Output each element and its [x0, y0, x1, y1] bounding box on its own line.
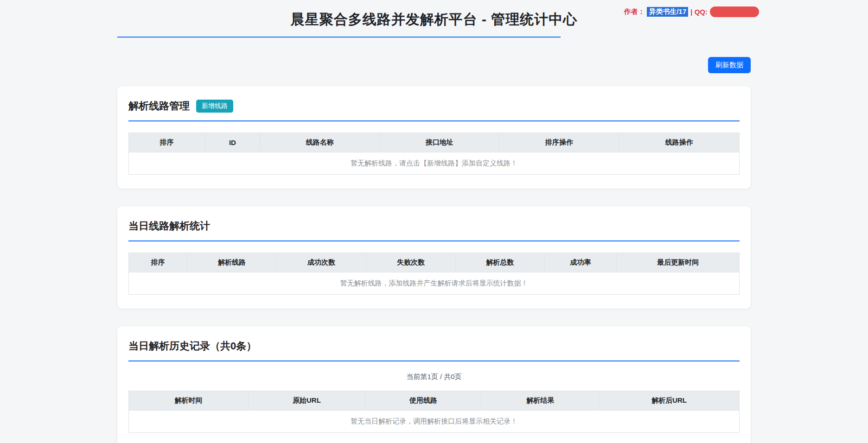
title-underline: [117, 37, 561, 38]
column-header: 解析线路: [187, 253, 276, 272]
page-header: 作者： 异类书生/17 | QQ: 晨星聚合多线路并发解析平台 - 管理统计中心: [117, 0, 751, 38]
page: 作者： 异类书生/17 | QQ: 晨星聚合多线路并发解析平台 - 管理统计中心…: [0, 0, 868, 443]
column-header: 排序: [129, 133, 205, 152]
qq-separator: | QQ:: [690, 8, 708, 16]
column-header: 原始URL: [249, 391, 365, 411]
author-name: 异类书生/17: [647, 7, 688, 17]
daily-stats-table: 排序 解析线路 成功次数 失败次数 解析总数 成功率 最后更新时间 暂无解析线路…: [128, 253, 740, 295]
table-header-row: 排序 解析线路 成功次数 失败次数 解析总数 成功率 最后更新时间: [129, 253, 740, 272]
daily-stats-divider: [128, 240, 740, 241]
empty-state-text: 暂无当日解析记录，调用解析接口后将显示相关记录！: [129, 411, 740, 433]
empty-state-text: 暂无解析线路，添加线路并产生解析请求后将显示统计数据！: [129, 272, 740, 295]
line-management-header: 解析线路管理 新增线路: [128, 99, 740, 113]
empty-state-text: 暂无解析线路，请点击【新增线路】添加自定义线路！: [129, 152, 740, 175]
column-header: 解析总数: [455, 253, 544, 272]
toolbar: 刷新数据: [117, 57, 751, 73]
column-header: 成功率: [544, 253, 616, 272]
pagination-info: 当前第1页 / 共0页: [128, 373, 740, 381]
qq-redacted-badge: [710, 6, 759, 17]
column-header: 解析后URL: [599, 391, 740, 411]
column-header: 最后更新时间: [617, 253, 740, 272]
column-header: ID: [205, 133, 260, 152]
line-management-table: 排序 ID 线路名称 接口地址 排序操作 线路操作 暂无解析线路，请点击【新增线…: [128, 133, 740, 175]
column-header: 排序: [129, 253, 187, 272]
empty-state-row: 暂无解析线路，添加线路并产生解析请求后将显示统计数据！: [129, 272, 740, 295]
daily-stats-card: 当日线路解析统计 排序 解析线路 成功次数 失败次数 解析总数 成功率: [117, 206, 751, 309]
refresh-data-button[interactable]: 刷新数据: [708, 57, 751, 73]
line-management-card: 解析线路管理 新增线路 排序 ID 线路名称 接口地址 排序操作 线路操作: [117, 86, 751, 189]
line-management-title: 解析线路管理: [128, 99, 190, 113]
history-table: 解析时间 原始URL 使用线路 解析结果 解析后URL 暂无当日解析记录，调用解…: [128, 391, 740, 433]
empty-state-row: 暂无解析线路，请点击【新增线路】添加自定义线路！: [129, 152, 740, 175]
column-header: 解析时间: [129, 391, 249, 411]
history-title: 当日解析历史记录（共0条）: [128, 339, 256, 353]
table-header-row: 排序 ID 线路名称 接口地址 排序操作 线路操作: [129, 133, 740, 152]
add-line-button[interactable]: 新增线路: [196, 100, 233, 113]
author-bar: 作者： 异类书生/17 | QQ:: [624, 6, 759, 17]
column-header: 解析结果: [482, 391, 599, 411]
column-header: 线路名称: [260, 133, 380, 152]
daily-stats-title: 当日线路解析统计: [128, 219, 210, 233]
column-header: 线路操作: [619, 133, 739, 152]
empty-state-row: 暂无当日解析记录，调用解析接口后将显示相关记录！: [129, 411, 740, 433]
history-header: 当日解析历史记录（共0条）: [128, 339, 740, 353]
column-header: 失败次数: [366, 253, 455, 272]
history-divider: [128, 361, 740, 361]
table-header-row: 解析时间 原始URL 使用线路 解析结果 解析后URL: [129, 391, 740, 411]
column-header: 成功次数: [276, 253, 366, 272]
history-card: 当日解析历史记录（共0条） 当前第1页 / 共0页 解析时间 原始URL 使用线…: [117, 326, 751, 443]
line-management-divider: [128, 120, 740, 121]
daily-stats-header: 当日线路解析统计: [128, 219, 740, 233]
column-header: 使用线路: [365, 391, 482, 411]
author-label: 作者：: [624, 7, 645, 16]
column-header: 排序操作: [499, 133, 619, 152]
main-container: 作者： 异类书生/17 | QQ: 晨星聚合多线路并发解析平台 - 管理统计中心…: [117, 0, 751, 443]
column-header: 接口地址: [380, 133, 499, 152]
